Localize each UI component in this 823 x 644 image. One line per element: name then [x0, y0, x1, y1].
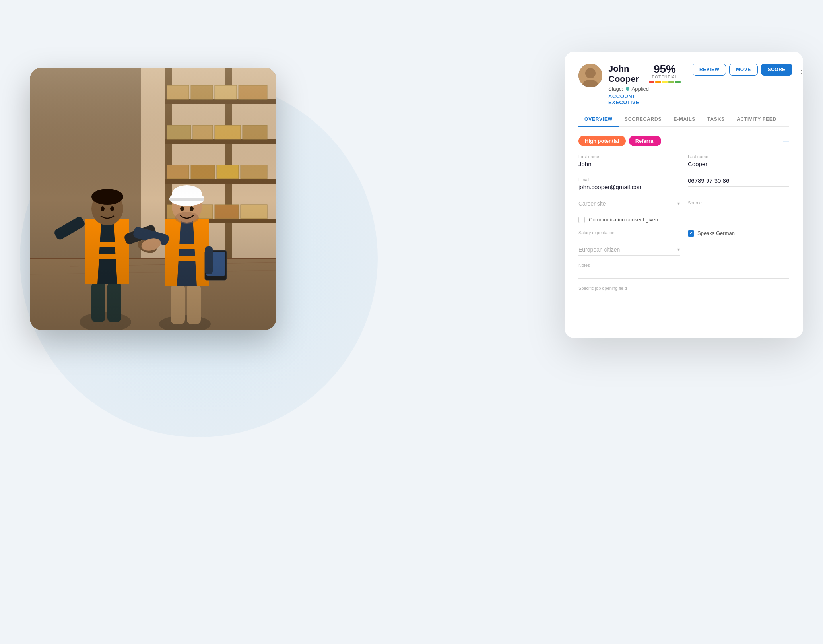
speaks-german-checkbox[interactable]: ✔ — [688, 230, 694, 237]
salary-row: Salary expectation ✔ Speaks German — [578, 230, 789, 239]
bar-seg-4 — [668, 81, 674, 83]
score-button[interactable]: SCORE — [761, 64, 792, 76]
first-name-field: First name John — [578, 154, 680, 170]
tab-activity-feed[interactable]: ACTIVITY FEED — [731, 113, 782, 126]
source-label: Source — [688, 200, 789, 205]
tab-scorecards[interactable]: SCORECARDS — [619, 113, 668, 126]
specific-job-label: Specific job opening field — [578, 286, 789, 291]
review-button[interactable]: REVIEW — [693, 64, 726, 76]
consent-checkbox[interactable] — [578, 217, 585, 223]
photo-card — [30, 68, 276, 330]
header-row: John Cooper Stage: Applied ACCOUNT EXECU… — [578, 64, 789, 105]
candidate-details: John Cooper Stage: Applied ACCOUNT EXECU… — [608, 64, 649, 105]
empty-field — [688, 246, 789, 256]
speaks-german-row: ✔ Speaks German — [688, 230, 789, 237]
tabs-row: OVERVIEW SCORECARDS E-MAILS TASKS ACTIVI… — [578, 113, 789, 127]
tag-referral[interactable]: Referral — [629, 136, 661, 146]
salary-label: Salary expectation — [578, 230, 680, 235]
notes-label: Notes — [578, 263, 789, 268]
potential-bar — [649, 81, 681, 83]
salary-value[interactable] — [578, 237, 680, 239]
checkmark-icon: ✔ — [689, 231, 693, 235]
header-controls: 95% POTENTIAL REVIEW MOVE — [649, 64, 803, 83]
specific-job-field: Specific job opening field — [578, 286, 789, 295]
citizenship-row: European citizen ▾ — [578, 246, 789, 256]
tag-high-potential[interactable]: High potential — [578, 136, 626, 146]
avatar — [578, 64, 602, 87]
last-name-field: Last name Cooper — [688, 154, 789, 170]
scene: John Cooper Stage: Applied ACCOUNT EXECU… — [0, 0, 823, 644]
source-value[interactable] — [688, 207, 789, 209]
specific-job-value[interactable] — [578, 292, 789, 295]
tab-emails[interactable]: E-MAILS — [668, 113, 701, 126]
tab-overview[interactable]: OVERVIEW — [578, 113, 619, 127]
phone-field: 06789 97 30 86 — [688, 177, 789, 193]
stage-value: Applied — [632, 86, 649, 92]
tags-left: High potential Referral — [578, 136, 661, 146]
source-field: Source — [688, 200, 789, 209]
warehouse-photo — [30, 68, 276, 330]
potential-label: POTENTIAL — [649, 75, 681, 79]
name-row: First name John Last name Cooper — [578, 154, 789, 170]
potential-percent: 95% — [649, 64, 681, 75]
contact-row: Email john.cooper@gmail.com 06789 97 30 … — [578, 177, 789, 193]
last-name-label: Last name — [688, 154, 789, 159]
consent-label: Communication consent given — [589, 217, 658, 223]
job-title[interactable]: ACCOUNT EXECUTIVE — [608, 93, 649, 105]
stage-dot — [626, 87, 629, 91]
speaks-german-label: Speaks German — [697, 230, 735, 236]
european-citizen-dropdown[interactable]: European citizen ▾ — [578, 246, 680, 256]
tags-row: High potential Referral — — [578, 136, 789, 146]
edit-icon[interactable]: — — [783, 137, 789, 144]
career-site-field: Career site ▾ — [578, 200, 680, 209]
move-button[interactable]: MOVE — [729, 64, 757, 76]
email-label: Email — [578, 177, 680, 182]
bar-seg-5 — [675, 81, 681, 83]
career-site-arrow: ▾ — [677, 201, 680, 206]
email-field: Email john.cooper@gmail.com — [578, 177, 680, 193]
first-name-label: First name — [578, 154, 680, 159]
last-name-value[interactable]: Cooper — [688, 161, 789, 170]
stage-label: Stage: — [608, 86, 623, 92]
potential-block: 95% POTENTIAL — [649, 64, 681, 83]
candidate-info: John Cooper Stage: Applied ACCOUNT EXECU… — [578, 64, 649, 105]
bar-seg-2 — [655, 81, 661, 83]
career-site-label: Career site — [578, 200, 606, 207]
ats-panel: John Cooper Stage: Applied ACCOUNT EXECU… — [565, 52, 803, 338]
svg-rect-64 — [30, 68, 276, 330]
svg-point-66 — [585, 68, 596, 78]
european-citizen-field: European citizen ▾ — [578, 246, 680, 256]
consent-row: Communication consent given — [578, 217, 789, 223]
career-site-dropdown[interactable]: Career site ▾ — [578, 200, 680, 209]
speaks-german-field: ✔ Speaks German — [688, 230, 789, 239]
more-options-icon[interactable]: ⋮ — [796, 64, 803, 77]
tab-tasks[interactable]: TASKS — [701, 113, 731, 126]
european-citizen-arrow: ▾ — [677, 247, 680, 252]
email-value[interactable]: john.cooper@gmail.com — [578, 184, 680, 193]
action-buttons: REVIEW MOVE SCORE ⋮ — [693, 64, 803, 77]
first-name-value[interactable]: John — [578, 161, 680, 170]
bar-seg-3 — [662, 81, 668, 83]
source-row: Career site ▾ Source — [578, 200, 789, 209]
candidate-name: John Cooper — [608, 64, 649, 84]
notes-section: Notes — [578, 263, 789, 279]
european-citizen-label: European citizen — [578, 246, 620, 253]
salary-field: Salary expectation — [578, 230, 680, 239]
notes-line — [578, 270, 789, 279]
phone-value[interactable]: 06789 97 30 86 — [688, 177, 789, 187]
bar-seg-1 — [649, 81, 654, 83]
stage-line: Stage: Applied — [608, 86, 649, 92]
